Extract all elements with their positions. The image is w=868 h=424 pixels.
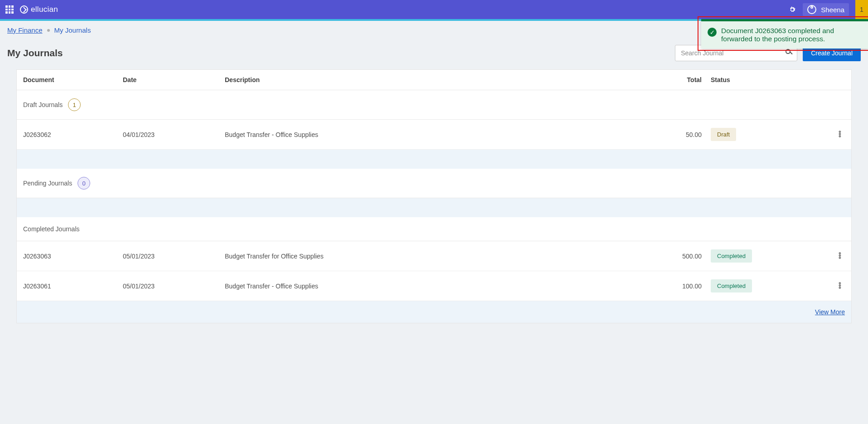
- check-circle-icon: ✓: [708, 28, 717, 37]
- table-row[interactable]: J0263062 04/01/2023 Budget Transfer - Of…: [17, 120, 851, 150]
- notification-count: 1: [860, 6, 863, 13]
- table-header-row: Document Date Description Total Status: [17, 70, 851, 90]
- table-footer: View More: [17, 301, 851, 323]
- col-status: Status: [711, 76, 829, 83]
- user-menu[interactable]: Sheena: [803, 3, 849, 16]
- col-description: Description: [225, 76, 638, 83]
- user-avatar-icon: [807, 5, 816, 14]
- cell-description: Budget Transfer for Office Supplies: [225, 253, 638, 260]
- cell-document: J0263062: [23, 131, 123, 138]
- section-gap: [17, 198, 851, 217]
- section-pending-count: 0: [78, 177, 90, 190]
- section-draft: Draft Journals 1: [17, 90, 851, 120]
- view-more-link[interactable]: View More: [815, 308, 845, 316]
- breadcrumb-root[interactable]: My Finance: [7, 26, 43, 34]
- section-pending-label: Pending Journals: [23, 180, 72, 187]
- brand[interactable]: ellucian: [20, 5, 58, 14]
- section-draft-label: Draft Journals: [23, 101, 63, 108]
- brand-logo-icon: [20, 5, 28, 14]
- row-actions-menu[interactable]: •••: [829, 131, 851, 138]
- page-title: My Journals: [7, 48, 63, 58]
- section-pending: Pending Journals 0: [17, 169, 851, 198]
- status-badge: Completed: [711, 279, 752, 292]
- success-toast: ✓ Document J0263063 completed and forwar…: [701, 19, 868, 49]
- cell-description: Budget Transfer - Office Supplies: [225, 131, 638, 138]
- status-badge: Completed: [711, 249, 752, 263]
- cell-total: 100.00: [638, 283, 711, 290]
- cell-date: 04/01/2023: [123, 131, 225, 138]
- status-badge: Draft: [711, 128, 736, 141]
- brand-name: ellucian: [31, 5, 58, 14]
- section-completed: Completed Journals: [17, 217, 851, 241]
- row-actions-menu[interactable]: •••: [829, 283, 851, 289]
- section-completed-label: Completed Journals: [23, 225, 80, 233]
- cell-total: 50.00: [638, 131, 711, 138]
- col-total: Total: [638, 76, 711, 83]
- cell-total: 500.00: [638, 253, 711, 260]
- app-bar: ellucian Sheena 1 ✓ Document J0263063 co…: [0, 0, 868, 19]
- col-document: Document: [23, 76, 123, 83]
- journals-table: Document Date Description Total Status D…: [16, 69, 852, 323]
- breadcrumb-separator-icon: [47, 29, 50, 32]
- notification-badge[interactable]: 1: [855, 0, 868, 19]
- gear-icon[interactable]: [788, 5, 796, 14]
- section-gap: [17, 150, 851, 169]
- breadcrumb-current[interactable]: My Journals: [54, 26, 91, 34]
- col-date: Date: [123, 76, 225, 83]
- cell-document: J0263063: [23, 253, 123, 260]
- row-actions-menu[interactable]: •••: [829, 253, 851, 259]
- app-launcher-icon[interactable]: [5, 5, 14, 14]
- toast-message: Document J0263063 completed and forwarde…: [721, 27, 862, 43]
- cell-document: J0263061: [23, 283, 123, 290]
- section-draft-count: 1: [68, 98, 81, 111]
- table-row[interactable]: J0263061 05/01/2023 Budget Transfer - Of…: [17, 271, 851, 301]
- cell-date: 05/01/2023: [123, 283, 225, 290]
- cell-date: 05/01/2023: [123, 253, 225, 260]
- cell-description: Budget Transfer - Office Supplies: [225, 283, 638, 290]
- search-icon[interactable]: [786, 49, 793, 56]
- user-name: Sheena: [821, 6, 844, 14]
- table-row[interactable]: J0263063 05/01/2023 Budget Transfer for …: [17, 241, 851, 271]
